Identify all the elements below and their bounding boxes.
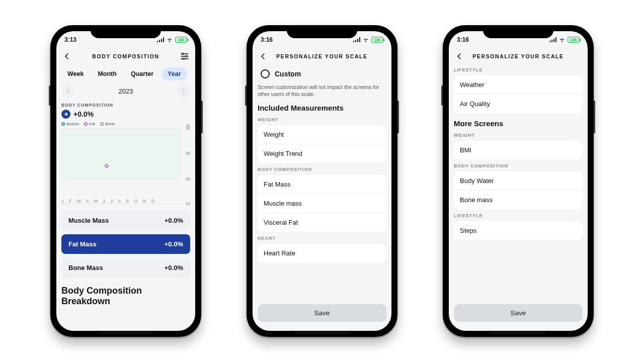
status-time: 3:16 [261,36,273,43]
row-muscle-mass[interactable]: Muscle mass [258,194,386,213]
year-next-button[interactable] [177,84,190,98]
save-button[interactable]: Save [454,304,583,322]
measure-cards: Muscle Mass +0.0% Fat Mass +0.0% Bone Ma… [61,211,190,278]
arrow-right-icon [61,110,70,119]
status-right: 100 [157,37,187,43]
list-weight-more: BMI [454,141,583,159]
battery-icon: 100 [175,37,187,43]
screen-personalize-2: 3:16 100 PERSONALIZE YOUR SCALE LIFESTYL… [449,31,588,331]
row-heart-rate[interactable]: Heart Rate [258,244,386,262]
ytick: 28 [186,151,190,156]
row-weight[interactable]: Weight [258,125,386,144]
content: Week Month Quarter Year 2023 BODY COMPOS… [56,66,195,331]
kpi: +0.0% [61,110,190,119]
save-button[interactable]: Save [258,304,386,322]
radio-label: Custom [275,70,301,78]
signal-icon [353,37,360,42]
group-label-body: BODY COMPOSITION [454,163,583,168]
year-value: 2023 [119,87,133,95]
screen-personalize-1: 3:16 100 PERSONALIZE YOUR SCALE Custom S… [253,31,391,331]
notch [483,25,553,38]
battery-icon: 100 [371,37,383,43]
signal-icon [549,37,556,42]
status-right: 100 [549,37,580,43]
included-heading: Included Measurements [258,104,386,112]
list-body-more: Body Water Bone mass [454,171,583,209]
group-label-lifestyle: LIFESTYLE [454,67,583,72]
row-bmi[interactable]: BMI [454,141,583,159]
group-label-heart: HEART [258,236,386,241]
page-title: PERSONALIZE YOUR SCALE [253,53,391,59]
row-fat-mass[interactable]: Fat Mass [258,175,386,194]
group-label-body: BODY COMPOSITION [258,167,386,172]
legend-muscle: Muscle [61,122,79,126]
card-muscle-mass[interactable]: Muscle Mass +0.0% [61,211,190,230]
battery-icon: 100 [568,37,580,43]
wifi-icon [362,37,369,42]
status-time: 3:13 [64,36,76,43]
card-bone-mass[interactable]: Bone Mass +0.0% [61,258,190,278]
content: LIFESTYLE Weather Air Quality More Scree… [449,66,588,331]
radio-icon [261,69,270,78]
list-lifestyle: Weather Air Quality [454,75,583,113]
phone-1: 3:13 100 BODY COMPOSITION Week Month Qua… [50,25,201,337]
wifi-icon [166,37,173,42]
kpi-section-label: BODY COMPOSITION [61,103,190,108]
phone-3: 3:16 100 PERSONALIZE YOUR SCALE LIFESTYL… [443,25,594,337]
breakdown-heading-l2: Breakdown [61,296,190,307]
row-weight-trend[interactable]: Weight Trend [258,144,386,163]
legend-bone: Bone [100,122,115,126]
chart-grid [61,128,181,204]
wifi-icon [558,37,566,42]
list-heart: Heart Rate [258,244,386,262]
notch [91,25,161,38]
year-prev-button[interactable] [61,84,74,98]
signal-icon [157,37,164,42]
more-heading: More Screens [454,119,583,128]
content: Custom Screen customization will not imp… [253,66,391,331]
tab-quarter[interactable]: Quarter [125,67,159,80]
tab-week[interactable]: Week [61,67,90,80]
chart-legend: Muscle Fat Bone [61,122,190,126]
ytick: 24 [186,201,190,206]
body-comp-chart: % 30 28 26 24 J F M A M J J A S O N D [61,128,190,204]
row-air-quality[interactable]: Air Quality [454,94,583,113]
ytick: 26 [186,176,190,182]
radio-custom[interactable]: Custom [258,66,386,83]
row-steps[interactable]: Steps [454,221,583,240]
hint-text: Screen customization will not impact the… [258,83,386,98]
tab-month[interactable]: Month [92,67,122,80]
tab-year[interactable]: Year [162,67,187,80]
list-body: Fat Mass Muscle mass Visceral Fat [258,175,386,232]
legend-fat: Fat [84,122,95,126]
home-indicator[interactable] [491,332,546,334]
card-fat-mass[interactable]: Fat Mass +0.0% [61,234,190,254]
group-label-weight: WEIGHT [454,133,583,138]
row-visceral-fat[interactable]: Visceral Fat [258,213,386,232]
list-lifestyle-more: Steps [454,221,583,240]
group-label-weight: WEIGHT [258,117,386,122]
page-title: BODY COMPOSITION [56,53,195,59]
notch [287,25,357,38]
screen-body-composition: 3:13 100 BODY COMPOSITION Week Month Qua… [56,31,195,331]
year-stepper: 2023 [61,84,190,98]
status-time: 3:16 [457,36,469,43]
kpi-value: +0.0% [73,110,94,118]
phone-2: 3:16 100 PERSONALIZE YOUR SCALE Custom S… [247,25,397,337]
navbar: PERSONALIZE YOUR SCALE [253,46,391,66]
row-body-water[interactable]: Body Water [454,171,583,190]
ytick: 30 [186,126,190,131]
home-indicator[interactable] [294,332,350,334]
group-label-lifestyle2: LIFESTYLE [454,213,583,218]
chart-xaxis: J F M A M J J A S O N D [61,199,181,204]
breakdown-heading-l1: Body Composition [61,286,190,296]
status-right: 100 [353,37,383,43]
row-bone-mass[interactable]: Bone mass [454,190,583,209]
navbar: PERSONALIZE YOUR SCALE [449,46,588,66]
row-weather[interactable]: Weather [454,75,583,94]
list-weight: Weight Weight Trend [258,125,386,163]
page-title: PERSONALIZE YOUR SCALE [449,53,588,59]
home-indicator[interactable] [98,332,153,334]
navbar: BODY COMPOSITION [56,46,195,66]
range-tabs: Week Month Quarter Year [61,67,190,80]
